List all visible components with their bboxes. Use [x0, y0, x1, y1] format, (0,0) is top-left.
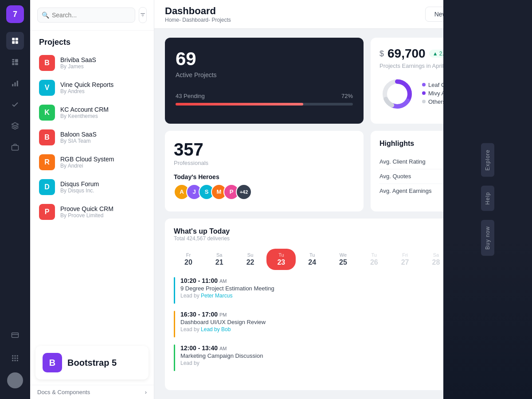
project-item[interactable]: D Disqus Forum By Disqus Inc.: [35, 175, 149, 200]
active-projects-label: Active Projects: [176, 71, 353, 78]
pending-row: 43 Pending 72%: [176, 93, 353, 99]
project-icon: R: [39, 154, 55, 170]
svg-rect-0: [12, 38, 15, 40]
event-line: [174, 311, 175, 337]
event-lead-link[interactable]: Lead by Bob: [201, 326, 231, 332]
project-icon: P: [39, 204, 55, 220]
progress-bar-fill: [176, 103, 303, 106]
project-list: B Briviba SaaS By James V Vine Quick Rep…: [30, 51, 154, 340]
event-time: 12:00 - 13:40 AM: [180, 344, 482, 352]
calendar-day[interactable]: Tu26: [360, 249, 389, 270]
event-name: Dashboard UI/UX Design Review: [180, 319, 482, 325]
svg-rect-20: [15, 358, 16, 359]
project-name: Proove Quick CRM: [60, 205, 113, 212]
svg-rect-9: [12, 84, 13, 86]
sidebar-title: Projects: [30, 31, 154, 51]
bootstrap-label: Bootstrap 5: [67, 358, 117, 368]
project-item[interactable]: K KC Account CRM By Keenthemes: [35, 100, 149, 125]
legend-dot: [422, 83, 426, 86]
bootstrap-banner[interactable]: B Bootstrap 5: [35, 346, 149, 379]
event-line: [174, 277, 175, 304]
svg-rect-22: [12, 360, 13, 361]
project-name: Baloon SaaS: [60, 131, 97, 138]
project-item[interactable]: B Briviba SaaS By James: [35, 51, 149, 75]
earnings-value: 69,700: [387, 47, 426, 61]
project-by: By Disqus Inc.: [60, 188, 99, 194]
project-item[interactable]: P Proove Quick CRM By Proove Limited: [35, 200, 149, 224]
heroes-label: Today's Heroes: [174, 173, 355, 180]
professionals-card: 357 Professionals Today's Heroes AJSMP+4…: [165, 131, 364, 212]
header-left: Dashboard Home- Dashboard- Projects: [165, 5, 231, 23]
nav-icon-chart[interactable]: [6, 74, 24, 92]
project-by: By Andrei: [60, 163, 114, 169]
nav-icon-layers[interactable]: [6, 117, 24, 135]
event-name: Marketing Campaign Discussion: [180, 352, 482, 359]
project-name: Disqus Forum: [60, 180, 99, 188]
project-icon: V: [39, 80, 55, 96]
nav-icon-grid2[interactable]: [6, 349, 24, 367]
svg-rect-17: [15, 355, 16, 356]
schedule-subtitle: Total 424,567 deliveries: [174, 235, 230, 242]
project-info: RGB Cloud System By Andrei: [60, 156, 114, 169]
event-lead: Lead by: [180, 360, 482, 366]
nav-avatar[interactable]: 7: [6, 5, 24, 23]
pending-section: 43 Pending 72%: [176, 93, 353, 106]
calendar-day[interactable]: Tu24: [297, 249, 327, 270]
event-time: 16:30 - 17:00 PM: [180, 311, 482, 318]
svg-rect-16: [12, 355, 13, 356]
svg-rect-2: [12, 41, 15, 44]
search-wrap: 🔍: [37, 8, 135, 23]
calendar-day[interactable]: We25: [329, 249, 358, 270]
breadcrumb: Home- Dashboard- Projects: [165, 17, 231, 23]
donut-chart: [379, 76, 415, 112]
panel-button[interactable]: Explore: [481, 143, 494, 177]
svg-rect-13: [12, 145, 19, 150]
project-item[interactable]: B Baloon SaaS By SIA Team: [35, 125, 149, 150]
svg-rect-14: [12, 333, 19, 338]
calendar-day[interactable]: Fr20: [174, 249, 203, 270]
progress-bar-wrap: [176, 103, 353, 106]
calendar-day[interactable]: Su22: [236, 249, 265, 270]
professionals-label: Professionals: [174, 160, 208, 166]
project-info: Vine Quick Reports By Andres: [60, 81, 113, 94]
sidebar: 🔍 Projects B Briviba SaaS By James V Vin…: [30, 0, 154, 399]
filter-button[interactable]: [139, 7, 147, 23]
nav-icon-check[interactable]: [6, 96, 24, 113]
project-by: By Proove Limited: [60, 212, 113, 219]
nav-icon-card[interactable]: [6, 326, 24, 344]
calendar-day[interactable]: Fri27: [391, 249, 420, 270]
event-lead-link[interactable]: Peter Marcus: [201, 293, 232, 299]
nav-icon-briefcase[interactable]: [6, 138, 24, 156]
project-name: RGB Cloud System: [60, 156, 114, 163]
project-item[interactable]: R RGB Cloud System By Andrei: [35, 150, 149, 175]
search-icon: 🔍: [42, 12, 49, 19]
highlight-label: Avg. Agent Earnings: [379, 188, 432, 194]
project-icon: B: [39, 55, 55, 71]
calendar-day[interactable]: Tu23: [266, 249, 296, 270]
nav-icon-dashboard[interactable]: [6, 32, 24, 50]
project-info: Disqus Forum By Disqus Inc.: [60, 180, 99, 194]
search-input[interactable]: [37, 8, 135, 23]
svg-marker-12: [12, 123, 19, 126]
nav-icon-grid[interactable]: [6, 53, 24, 71]
svg-rect-1: [16, 38, 18, 40]
legend-dot: [422, 100, 426, 103]
project-info: Proove Quick CRM By Proove Limited: [60, 205, 113, 219]
project-item[interactable]: V Vine Quick Reports By Andres: [35, 75, 149, 100]
calendar-day[interactable]: Sa21: [205, 249, 234, 270]
project-info: Baloon SaaS By SIA Team: [60, 131, 97, 144]
active-projects-number: 69: [176, 48, 353, 70]
right-panel: ExploreHelpBuy now: [443, 0, 532, 399]
project-by: By James: [60, 63, 96, 70]
project-icon: B: [39, 129, 55, 145]
docs-link[interactable]: Docs & Components ›: [30, 385, 154, 399]
svg-rect-6: [12, 63, 14, 65]
project-icon: D: [39, 179, 55, 195]
user-avatar[interactable]: [7, 372, 23, 388]
project-info: Briviba SaaS By James: [60, 56, 96, 70]
svg-rect-7: [15, 59, 18, 63]
panel-button[interactable]: Help: [481, 186, 494, 211]
panel-button[interactable]: Buy now: [481, 220, 494, 256]
svg-rect-11: [17, 81, 18, 86]
active-projects-card: 69 Active Projects 43 Pending 72%: [165, 38, 364, 124]
